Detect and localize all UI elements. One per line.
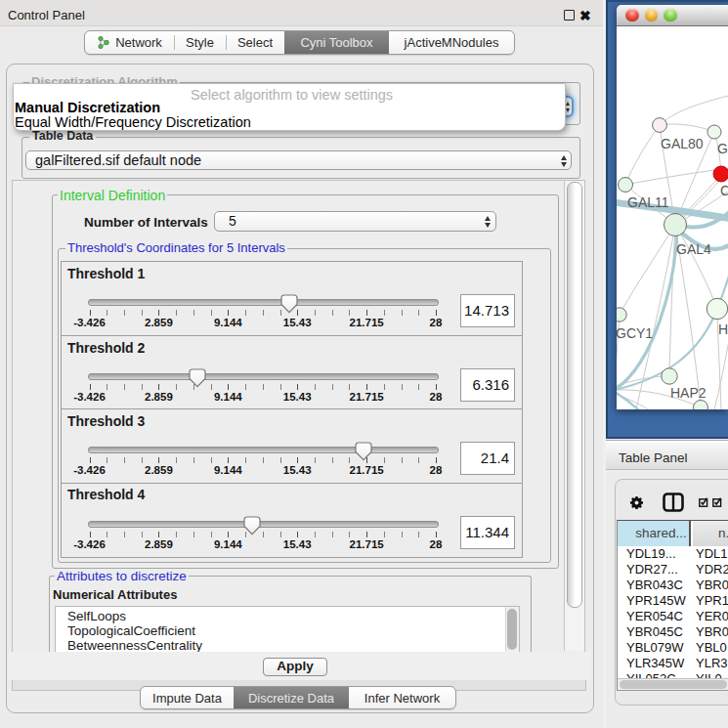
svg-text:GAL11: GAL11 xyxy=(627,194,669,210)
svg-text:GA: GA xyxy=(717,141,728,156)
svg-text:H: H xyxy=(718,321,728,337)
svg-text:GAL4: GAL4 xyxy=(676,241,711,257)
svg-text:C: C xyxy=(720,183,728,198)
svg-text:GCY1: GCY1 xyxy=(617,325,653,341)
svg-text:GAL80: GAL80 xyxy=(661,136,704,151)
svg-text:HAP2: HAP2 xyxy=(670,385,707,401)
